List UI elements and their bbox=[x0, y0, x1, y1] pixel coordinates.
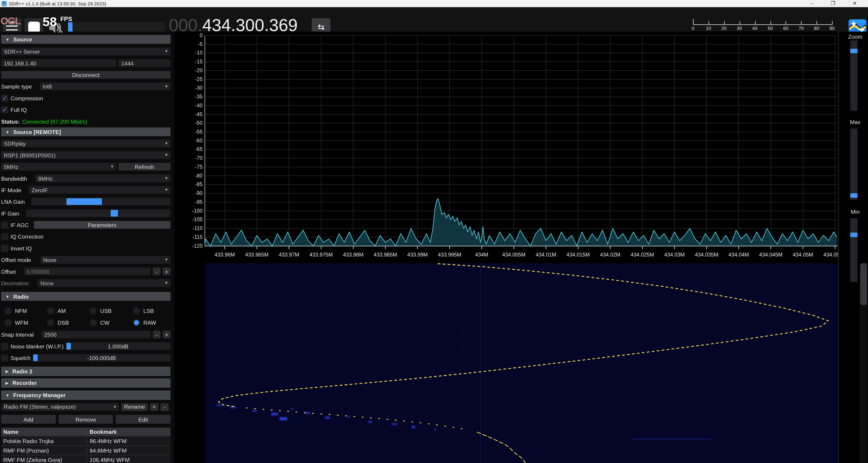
source-driver-select[interactable]: SDR++ Server ▼ bbox=[1, 48, 170, 55]
zoom-slider[interactable] bbox=[850, 40, 858, 111]
snr-tick-label: 90 bbox=[826, 26, 838, 31]
noise-blanker-checkbox[interactable]: ✓ bbox=[1, 343, 8, 350]
min-slider-grab[interactable] bbox=[850, 233, 858, 237]
window-scrollbar[interactable] bbox=[860, 263, 867, 463]
preset-remove-button[interactable]: - bbox=[160, 403, 169, 411]
lna-gain-slider-grab[interactable] bbox=[66, 198, 102, 205]
remote-driver-select[interactable]: SDRplay ▼ bbox=[1, 140, 170, 147]
snap-decrement-button[interactable]: - bbox=[153, 331, 160, 339]
lna-gain-slider[interactable] bbox=[31, 198, 170, 205]
volume-slider[interactable] bbox=[68, 22, 165, 32]
compression-checkbox[interactable]: ✓ bbox=[1, 94, 8, 102]
port-field[interactable]: 1444 bbox=[119, 59, 170, 67]
snap-interval-field[interactable]: 2500 bbox=[41, 331, 151, 339]
screenshot-viewport: SDR++ v1.1.0 (Built at 13:55:30, Sep 29 … bbox=[0, 0, 868, 463]
squelch-checkbox[interactable]: ✓ bbox=[1, 354, 8, 361]
radio-mode-wfm[interactable]: WFM bbox=[4, 319, 47, 327]
svg-text:-60: -60 bbox=[195, 138, 203, 144]
panel-header-frequency-manager[interactable]: ▼ Frequency Manager bbox=[1, 390, 170, 400]
offset-field[interactable]: 0.000000 bbox=[24, 268, 151, 275]
offset-increment-button[interactable]: + bbox=[163, 268, 170, 275]
if-gain-slider-grab[interactable] bbox=[111, 210, 118, 216]
bandwidth-select[interactable]: 8MHz ▼ bbox=[35, 175, 170, 182]
close-button[interactable]: ✕ bbox=[846, 0, 863, 7]
radio-mode-nfm[interactable]: NFM bbox=[4, 307, 47, 315]
svg-text:-70: -70 bbox=[195, 155, 203, 161]
edit-button[interactable]: Edit bbox=[116, 415, 170, 424]
bookmark-row[interactable]: Polskie Radio Trojka96.4MHz WFM bbox=[1, 436, 170, 445]
radio-mode-lsb[interactable]: LSB bbox=[133, 307, 174, 315]
minimize-button[interactable]: – bbox=[804, 0, 820, 7]
bookmark-row[interactable]: RMF FM (Poznan)94.6MHz WFM bbox=[1, 445, 170, 455]
disconnect-button[interactable]: Disconnect bbox=[1, 71, 170, 79]
refresh-button[interactable]: Refresh bbox=[119, 163, 170, 171]
panel-header-label: Source [REMOTE] bbox=[13, 129, 61, 135]
svg-text:-75: -75 bbox=[195, 164, 203, 170]
radio-mode-usb[interactable]: USB bbox=[90, 307, 133, 315]
squelch-slider[interactable]: -100.000dB bbox=[33, 354, 170, 361]
svg-text:433.995M: 433.995M bbox=[438, 252, 461, 258]
svg-text:-95: -95 bbox=[195, 199, 203, 205]
radio-mode-cw[interactable]: CW bbox=[90, 319, 133, 327]
chevron-expanded-icon: ▼ bbox=[5, 294, 9, 298]
panel-header-radio[interactable]: ▼ Radio bbox=[1, 292, 170, 301]
invert-iq-checkbox[interactable]: ✓ bbox=[1, 244, 8, 252]
offset-decrement-button[interactable]: - bbox=[153, 268, 160, 275]
zoom-slider-grab[interactable] bbox=[850, 49, 858, 53]
rename-button[interactable]: Rename bbox=[121, 403, 148, 411]
parameters-button[interactable]: Parameters bbox=[34, 221, 170, 229]
chevron-down-icon: ▼ bbox=[164, 141, 168, 145]
add-button[interactable]: Add bbox=[1, 415, 56, 424]
maximize-button[interactable]: ❐ bbox=[825, 0, 841, 7]
iq-correction-checkbox[interactable]: ✓ bbox=[1, 233, 8, 240]
bookmark-table: NameBookmarkPolskie Radio Trojka96.4MHz … bbox=[1, 428, 170, 463]
sample-type-select[interactable]: Int8 ▼ bbox=[40, 83, 170, 90]
radio-mode-dsb[interactable]: DSB bbox=[47, 319, 90, 327]
min-slider[interactable] bbox=[850, 218, 858, 282]
decimation-select[interactable]: None ▼ bbox=[37, 279, 170, 287]
remote-device-select[interactable]: RSP1 (B0001P0001) ▼ bbox=[1, 151, 170, 159]
panel-header-radio2[interactable]: ▶ Radio 2 bbox=[1, 367, 170, 376]
preset-select[interactable]: Radio FM (Stereo, naljepsze) ▼ bbox=[1, 403, 119, 411]
radio-mode-label: WFM bbox=[15, 320, 28, 326]
squelch-value: -100.000dB bbox=[33, 354, 170, 361]
samplerate-select[interactable]: 5MHz ▼ bbox=[1, 163, 116, 171]
window-scrollbar-thumb[interactable] bbox=[860, 263, 867, 305]
check-icon: ✓ bbox=[2, 95, 7, 101]
panel-header-source[interactable]: ▼ Source bbox=[1, 35, 170, 44]
radio-mode-raw[interactable]: RAW bbox=[133, 319, 174, 327]
offset-mode-select[interactable]: None ▼ bbox=[40, 256, 170, 264]
if-agc-checkbox[interactable]: ✓ bbox=[1, 221, 8, 228]
if-gain-label: IF Gain bbox=[1, 210, 24, 216]
full-iq-checkbox[interactable]: ✓ bbox=[1, 106, 8, 113]
noise-blanker-value: 1.000dB bbox=[66, 342, 170, 350]
svg-text:434.015M: 434.015M bbox=[566, 252, 590, 258]
zoom-slider-label: Zoom bbox=[843, 34, 868, 40]
max-slider[interactable] bbox=[850, 128, 858, 200]
waterfall[interactable] bbox=[205, 263, 837, 463]
remove-button[interactable]: Remove bbox=[59, 415, 113, 424]
snr-tick-label: 0 bbox=[687, 26, 699, 31]
preset-add-button[interactable]: + bbox=[150, 403, 158, 411]
if-gain-slider[interactable] bbox=[26, 209, 170, 217]
volume-slider-handle[interactable] bbox=[68, 22, 73, 32]
if-mode-select[interactable]: ZeroIF ▼ bbox=[29, 186, 170, 194]
chevron-down-icon: ▼ bbox=[113, 405, 117, 408]
radio-button-icon bbox=[4, 319, 12, 326]
svg-text:-100: -100 bbox=[192, 208, 203, 214]
lna-gain-label: LNA Gain bbox=[1, 199, 29, 205]
iq-correction-label: IQ Correction bbox=[10, 233, 43, 239]
snap-increment-button[interactable]: + bbox=[163, 331, 170, 339]
bookmark-row[interactable]: RMF FM (Zielona Gora)106.4MHz WFM bbox=[1, 455, 170, 463]
max-slider-grab[interactable] bbox=[850, 193, 858, 198]
snr-tick bbox=[801, 21, 802, 24]
panel-header-recorder[interactable]: ▶ Recorder bbox=[1, 378, 170, 388]
bookmark-value: 96.4MHz WFM bbox=[87, 438, 170, 444]
panel-header-source-remote[interactable]: ▼ Source [REMOTE] bbox=[1, 127, 170, 136]
noise-blanker-slider[interactable]: 1.000dB bbox=[66, 342, 170, 350]
radio-mode-label: LSB bbox=[144, 308, 154, 314]
panel-header-label: Radio bbox=[13, 293, 29, 299]
compression-label: Compression bbox=[10, 95, 43, 101]
radio-mode-am[interactable]: AM bbox=[47, 307, 90, 315]
host-field[interactable]: 192.168.1.40 bbox=[1, 59, 116, 67]
